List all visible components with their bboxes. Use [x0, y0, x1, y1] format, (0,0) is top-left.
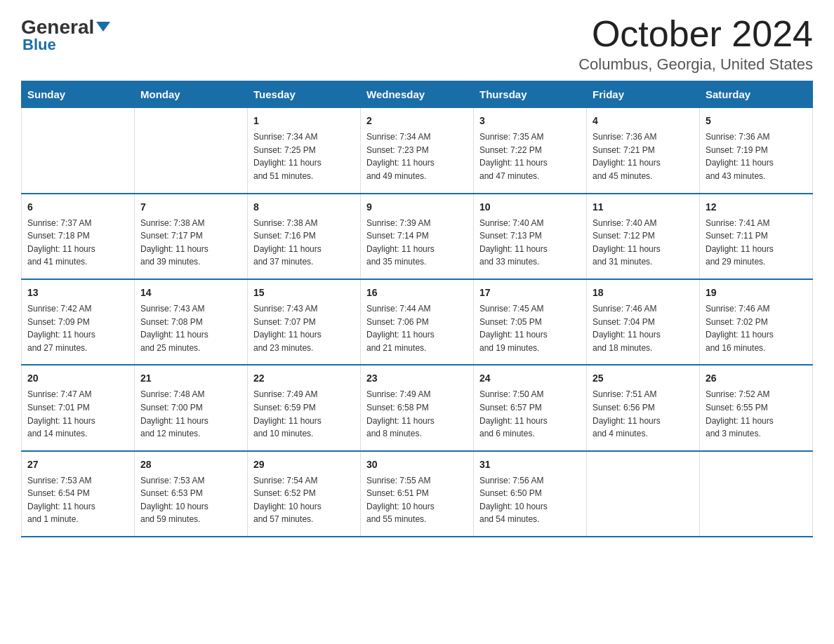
day-info: Sunrise: 7:46 AMSunset: 7:04 PMDaylight:… [593, 302, 694, 354]
calendar-cell: 10Sunrise: 7:40 AMSunset: 7:13 PMDayligh… [474, 194, 587, 279]
weekday-header-saturday: Saturday [700, 81, 813, 108]
day-info: Sunrise: 7:52 AMSunset: 6:55 PMDaylight:… [706, 388, 807, 440]
calendar-week-row: 13Sunrise: 7:42 AMSunset: 7:09 PMDayligh… [22, 279, 813, 365]
weekday-header-friday: Friday [587, 81, 700, 108]
location-subtitle: Columbus, Georgia, United States [578, 55, 813, 74]
day-number: 10 [479, 200, 581, 215]
calendar-cell [587, 451, 700, 537]
day-info: Sunrise: 7:34 AMSunset: 7:23 PMDaylight:… [366, 130, 468, 182]
calendar-week-row: 1Sunrise: 7:34 AMSunset: 7:25 PMDaylight… [22, 108, 813, 194]
calendar-cell: 19Sunrise: 7:46 AMSunset: 7:02 PMDayligh… [700, 279, 813, 365]
logo: General Blue [21, 18, 110, 54]
calendar-week-row: 20Sunrise: 7:47 AMSunset: 7:01 PMDayligh… [22, 365, 813, 450]
day-info: Sunrise: 7:49 AMSunset: 6:58 PMDaylight:… [366, 388, 468, 440]
calendar-cell: 21Sunrise: 7:48 AMSunset: 7:00 PMDayligh… [135, 365, 248, 450]
day-number: 21 [140, 371, 241, 386]
day-number: 17 [479, 286, 581, 300]
day-number: 30 [366, 457, 468, 472]
day-info: Sunrise: 7:41 AMSunset: 7:11 PMDaylight:… [706, 217, 807, 269]
day-number: 4 [593, 114, 694, 128]
calendar-week-row: 6Sunrise: 7:37 AMSunset: 7:18 PMDaylight… [22, 194, 813, 279]
day-info: Sunrise: 7:38 AMSunset: 7:17 PMDaylight:… [140, 217, 241, 269]
day-number: 1 [253, 114, 355, 128]
calendar-cell: 14Sunrise: 7:43 AMSunset: 7:08 PMDayligh… [135, 279, 248, 365]
day-number: 5 [706, 114, 807, 128]
day-number: 3 [479, 114, 581, 128]
calendar-cell: 4Sunrise: 7:36 AMSunset: 7:21 PMDaylight… [587, 108, 700, 194]
day-info: Sunrise: 7:45 AMSunset: 7:05 PMDaylight:… [479, 302, 581, 354]
calendar-cell: 8Sunrise: 7:38 AMSunset: 7:16 PMDaylight… [248, 194, 361, 279]
page-header: General Blue October 2024 Columbus, Geor… [21, 14, 813, 74]
calendar-cell: 31Sunrise: 7:56 AMSunset: 6:50 PMDayligh… [474, 451, 587, 537]
day-info: Sunrise: 7:49 AMSunset: 6:59 PMDaylight:… [253, 388, 355, 440]
title-section: October 2024 Columbus, Georgia, United S… [578, 14, 813, 74]
day-info: Sunrise: 7:54 AMSunset: 6:52 PMDaylight:… [253, 474, 355, 526]
day-info: Sunrise: 7:43 AMSunset: 7:08 PMDaylight:… [140, 302, 241, 354]
day-number: 22 [253, 371, 355, 386]
day-number: 15 [253, 286, 355, 300]
day-number: 31 [479, 457, 581, 472]
day-number: 25 [593, 371, 694, 386]
calendar-cell: 2Sunrise: 7:34 AMSunset: 7:23 PMDaylight… [361, 108, 474, 194]
day-number: 27 [27, 457, 128, 472]
weekday-header-wednesday: Wednesday [361, 81, 474, 108]
day-number: 9 [366, 200, 468, 215]
day-number: 19 [706, 286, 807, 300]
calendar-cell: 13Sunrise: 7:42 AMSunset: 7:09 PMDayligh… [22, 279, 135, 365]
day-number: 6 [27, 200, 128, 215]
day-info: Sunrise: 7:56 AMSunset: 6:50 PMDaylight:… [479, 474, 581, 526]
day-number: 14 [140, 286, 241, 300]
day-number: 16 [366, 286, 468, 300]
calendar-cell: 20Sunrise: 7:47 AMSunset: 7:01 PMDayligh… [22, 365, 135, 450]
day-number: 28 [140, 457, 241, 472]
logo-arrow-icon [96, 22, 110, 32]
calendar-cell: 22Sunrise: 7:49 AMSunset: 6:59 PMDayligh… [248, 365, 361, 450]
calendar-cell: 3Sunrise: 7:35 AMSunset: 7:22 PMDaylight… [474, 108, 587, 194]
day-number: 18 [593, 286, 694, 300]
day-info: Sunrise: 7:35 AMSunset: 7:22 PMDaylight:… [479, 130, 581, 182]
day-info: Sunrise: 7:34 AMSunset: 7:25 PMDaylight:… [253, 130, 355, 182]
calendar-cell: 9Sunrise: 7:39 AMSunset: 7:14 PMDaylight… [361, 194, 474, 279]
day-info: Sunrise: 7:53 AMSunset: 6:54 PMDaylight:… [27, 474, 128, 526]
day-info: Sunrise: 7:55 AMSunset: 6:51 PMDaylight:… [366, 474, 468, 526]
calendar-cell: 6Sunrise: 7:37 AMSunset: 7:18 PMDaylight… [22, 194, 135, 279]
weekday-header-tuesday: Tuesday [248, 81, 361, 108]
day-number: 8 [253, 200, 355, 215]
day-info: Sunrise: 7:53 AMSunset: 6:53 PMDaylight:… [140, 474, 241, 526]
day-info: Sunrise: 7:46 AMSunset: 7:02 PMDaylight:… [706, 302, 807, 354]
calendar-cell: 1Sunrise: 7:34 AMSunset: 7:25 PMDaylight… [248, 108, 361, 194]
weekday-header-monday: Monday [135, 81, 248, 108]
calendar-cell: 17Sunrise: 7:45 AMSunset: 7:05 PMDayligh… [474, 279, 587, 365]
calendar-week-row: 27Sunrise: 7:53 AMSunset: 6:54 PMDayligh… [22, 451, 813, 537]
calendar-cell: 12Sunrise: 7:41 AMSunset: 7:11 PMDayligh… [700, 194, 813, 279]
day-info: Sunrise: 7:38 AMSunset: 7:16 PMDaylight:… [253, 217, 355, 269]
calendar-cell: 24Sunrise: 7:50 AMSunset: 6:57 PMDayligh… [474, 365, 587, 450]
day-number: 13 [27, 286, 128, 300]
day-number: 20 [27, 371, 128, 386]
day-number: 12 [706, 200, 807, 215]
day-number: 11 [593, 200, 694, 215]
calendar-cell: 7Sunrise: 7:38 AMSunset: 7:17 PMDaylight… [135, 194, 248, 279]
calendar-cell: 27Sunrise: 7:53 AMSunset: 6:54 PMDayligh… [22, 451, 135, 537]
month-title: October 2024 [578, 14, 813, 54]
day-info: Sunrise: 7:37 AMSunset: 7:18 PMDaylight:… [27, 217, 128, 269]
day-info: Sunrise: 7:36 AMSunset: 7:19 PMDaylight:… [706, 130, 807, 182]
calendar-cell: 11Sunrise: 7:40 AMSunset: 7:12 PMDayligh… [587, 194, 700, 279]
day-info: Sunrise: 7:40 AMSunset: 7:13 PMDaylight:… [479, 217, 581, 269]
day-info: Sunrise: 7:44 AMSunset: 7:06 PMDaylight:… [366, 302, 468, 354]
calendar-table: SundayMondayTuesdayWednesdayThursdayFrid… [21, 81, 813, 537]
logo-general-text: General [21, 18, 110, 37]
calendar-cell: 5Sunrise: 7:36 AMSunset: 7:19 PMDaylight… [700, 108, 813, 194]
day-info: Sunrise: 7:40 AMSunset: 7:12 PMDaylight:… [593, 217, 694, 269]
calendar-cell: 30Sunrise: 7:55 AMSunset: 6:51 PMDayligh… [361, 451, 474, 537]
calendar-cell: 18Sunrise: 7:46 AMSunset: 7:04 PMDayligh… [587, 279, 700, 365]
day-info: Sunrise: 7:48 AMSunset: 7:00 PMDaylight:… [140, 388, 241, 440]
calendar-cell [135, 108, 248, 194]
logo-blue-text: Blue [22, 36, 56, 54]
day-info: Sunrise: 7:36 AMSunset: 7:21 PMDaylight:… [593, 130, 694, 182]
calendar-cell: 15Sunrise: 7:43 AMSunset: 7:07 PMDayligh… [248, 279, 361, 365]
calendar-cell: 16Sunrise: 7:44 AMSunset: 7:06 PMDayligh… [361, 279, 474, 365]
calendar-cell: 29Sunrise: 7:54 AMSunset: 6:52 PMDayligh… [248, 451, 361, 537]
day-number: 26 [706, 371, 807, 386]
calendar-cell [700, 451, 813, 537]
